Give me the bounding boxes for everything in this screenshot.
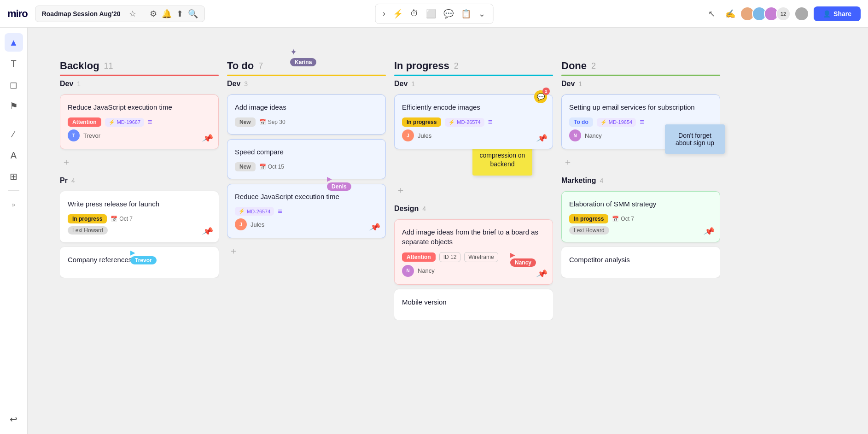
inprogress-design-section: Design 4 [394,205,553,213]
todo-add[interactable]: ＋ [227,243,386,259]
todo-dev-card-1[interactable]: Add image ideas New 📅 Sep 30 [227,94,386,135]
done-dev-count: 1 [578,80,582,88]
backlog-dev-card-1[interactable]: Reduce JavaScript execution time Attenti… [60,94,219,149]
pin-icon: 📌 [202,132,214,145]
avatar-group: 12 [743,6,809,21]
inprogress-dev-count: 1 [411,80,415,88]
md-badge-inp1: ⚡ MD-26574 [445,118,484,127]
trevor-cursor-label: Trevor [130,256,157,264]
header: miro Roadmap Session Aug'20 ☆ ⚙ 🔔 ⬆ 🔍 › … [0,0,868,28]
inprogress-count: 2 [454,61,459,71]
date-badge-mkt1: 📅 Oct 7 [612,216,634,222]
star-icon[interactable]: ☆ [129,9,136,19]
timer-icon[interactable]: ⏱ [408,7,421,20]
wireframe-badge: Wireframe [464,252,498,262]
column-inprogress: In progress 2 Dev 1 💬 2 [394,60,553,434]
frame-tool[interactable]: ⊞ [5,167,23,186]
md-badge-backlog-dev1: ⚡ MD-19667 [105,118,144,127]
pointer-icon[interactable]: ↖ [705,7,718,21]
inprogress-design-card-2-title: Mobile version [402,297,545,307]
inprogress-design-title: Design [394,205,419,213]
inprogress-header: In progress 2 [394,60,553,75]
text-tool[interactable]: T [5,54,23,73]
center-toolbar: › ⚡ ⏱ ⬜ 💬 📋 ⌄ [375,4,493,24]
new-badge-2: New [235,162,256,171]
backlog-line [60,75,219,76]
chat-icon[interactable]: 💬 [441,7,456,21]
priority-icon-todo3: ≡ [278,207,282,216]
miro-logo[interactable]: miro [7,8,28,20]
avatar-nancy-done: N [569,129,581,141]
more-tools[interactable]: » [5,195,23,214]
text-alt-tool[interactable]: A [5,146,23,164]
inprogress-dev-section: Dev 1 [394,80,553,88]
avatar-jules-inp: J [402,129,414,141]
undo-tool[interactable]: ↩ [5,410,23,428]
todo-count: 7 [258,61,263,71]
backlog-dev-add[interactable]: ＋ [60,154,219,170]
lightning-icon[interactable]: ⚡ [390,7,406,21]
frames-icon[interactable]: ⬜ [423,7,439,21]
nav-back-icon[interactable]: › [380,7,388,20]
canvas: ✦ Karina ▶ Trevor ▶ Denis ▶ Nancy Backlo… [28,28,868,434]
cursor-karina: ✦ Karina [290,47,316,66]
backlog-pr-card-1-title: Write press release for launch [68,199,211,209]
done-marketing-card-1[interactable]: Elaboration of SMM strategy In progress … [561,191,720,242]
inprogress-badge: In progress [68,214,107,223]
upload-icon[interactable]: ⬆ [176,9,183,19]
column-todo: To do 7 Dev 3 Add image ideas New 📅 Sep … [227,60,386,434]
notes-icon[interactable]: 📋 [458,7,474,21]
done-marketing-card-2[interactable]: Competitor analysis [561,247,720,278]
inprogress-design-card-1-assignee: Nancy [418,267,435,274]
date-badge: 📅 Oct 7 [111,216,133,222]
inprogress-dev-card-1-assignee-row: J Jules [402,129,545,141]
backlog-dev-card-1-footer: Attention ⚡ MD-19667 ≡ [68,117,211,127]
pin-icon-pr1: 📌 [202,225,214,238]
todo-dev-card-2[interactable]: Speed compare New 📅 Oct 15 [227,139,386,179]
done-dev-add[interactable]: ＋ [561,154,720,170]
avatar-jules: J [235,218,247,230]
inprogress-design-card-2[interactable]: Mobile version [394,289,553,320]
todo-dev-card-3[interactable]: Reduce JavaScript execution time ⚡ MD-26… [227,184,386,238]
date-badge-todo2: 📅 Oct 15 [259,164,284,170]
done-marketing-card-1-footer: In progress 📅 Oct 7 [569,214,712,223]
inprogress-design-card-1-title: Add image ideas from the brief to a boar… [402,227,545,246]
cursor-denis: ▶ Denis [327,175,351,191]
backlog-dev-section: Dev 1 [60,80,219,88]
settings-icon[interactable]: ⚙ [150,9,157,19]
nancy-cursor-label: Nancy [510,258,536,267]
done-header: Done 2 [561,60,720,75]
done-line [561,75,720,76]
backlog-pr-card-1[interactable]: Write press release for launch In progre… [60,191,219,242]
todo-dev-title: Dev [227,80,240,88]
backlog-pr-card-1-footer: In progress 📅 Oct 7 [68,214,211,223]
done-marketing-card-1-title: Elaboration of SMM strategy [569,199,712,209]
todo-title: To do [227,60,254,72]
done-inner: Dev 1 Setting up email services for subs… [561,78,720,278]
search-icon[interactable]: 🔍 [188,9,198,19]
sticky-tool[interactable]: ⚑ [5,97,23,115]
share-button[interactable]: 👤 Share [814,6,861,21]
backlog-header: Backlog 11 [60,60,219,75]
avatar-nancy-design: N [402,265,414,277]
todo-badge-done1: To do [569,117,593,127]
comment-icon[interactable]: ✍ [722,7,738,21]
inprogress-dev-add[interactable]: ＋ [394,182,553,198]
inprogress-dev-card-1[interactable]: 💬 2 Efficiently encode images In progres… [394,94,553,149]
comment-bubble[interactable]: 💬 2 [534,90,547,103]
bell-icon[interactable]: 🔔 [162,9,172,19]
pen-tool[interactable]: ∕ [5,125,23,143]
denis-cursor-label: Denis [327,182,351,191]
todo-dev-card-1-footer: New 📅 Sep 30 [235,117,378,127]
done-marketing-card-1-assignee-row: Lexi Howard [569,226,712,235]
shape-tool[interactable]: ◻ [5,76,23,94]
todo-dev-card-2-title: Speed compare [235,147,378,157]
more-icon[interactable]: ⌄ [476,7,488,21]
todo-inner: Dev 3 Add image ideas New 📅 Sep 30 Speed… [227,78,386,259]
todo-dev-card-1-title: Add image ideas [235,102,378,112]
share-icon: 👤 [823,10,831,18]
select-tool[interactable]: ▲ [5,33,23,52]
attention-badge-design1: Attention [402,252,436,262]
backlog-pr-card-1-assignee-row: Lexi Howard [68,226,211,235]
backlog-inner: Dev 1 Reduce JavaScript execution time A… [60,78,219,278]
